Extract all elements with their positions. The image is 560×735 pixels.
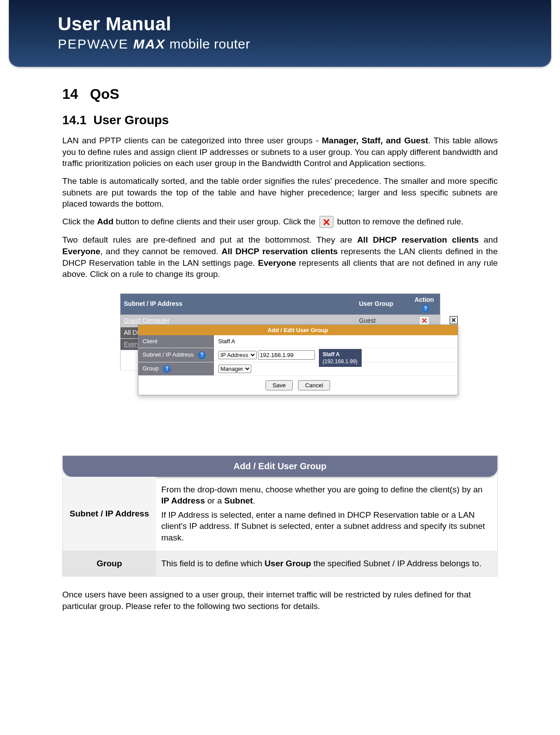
close-button[interactable]: ✕ <box>450 316 458 324</box>
delete-row-button[interactable] <box>419 316 430 325</box>
def-row-desc: From the drop-down menu, choose whether … <box>156 477 498 551</box>
chapter-heading: 14 QoS <box>62 85 498 104</box>
delete-icon <box>319 216 334 228</box>
doc-title: User Manual <box>58 13 502 35</box>
paragraph: Once users have been assigned to a user … <box>62 589 498 612</box>
col-subnet-header: Subnet / IP Address <box>120 293 355 314</box>
client-label: Client <box>138 335 214 348</box>
def-row-label: Group <box>63 551 156 577</box>
client-value: Staff A <box>214 335 458 348</box>
ui-screenshot: Subnet / IP Address User Group Action ? … <box>120 293 440 438</box>
group-select[interactable]: Manager <box>218 365 251 373</box>
ip-tooltip: Staff A (192.168.1.99) <box>319 349 362 367</box>
paragraph: Two default rules are pre-defined and pu… <box>62 234 498 280</box>
subnet-label: Subnet / IP Address ? <box>138 348 214 362</box>
dialog-title: Add / Edit User Group <box>138 325 458 336</box>
page-header: User Manual PEPWAVE MAX mobile router <box>9 0 551 67</box>
def-row-desc: This field is to define which User Group… <box>156 551 498 577</box>
group-label: Group ? <box>138 362 214 375</box>
definition-table: Add / Edit User Group Subnet / IP Addres… <box>62 455 498 577</box>
col-group-header: User Group <box>355 293 409 314</box>
def-table-header: Add / Edit User Group <box>63 455 498 477</box>
doc-subtitle: PEPWAVE MAX mobile router <box>58 37 502 52</box>
page-content: 14 QoS 14.1 User Groups LAN and PPTP cli… <box>0 67 560 735</box>
help-icon[interactable]: ? <box>422 305 430 313</box>
paragraph: Click the Add button to define clients a… <box>62 216 498 228</box>
subnet-type-select[interactable]: IP Address <box>218 351 257 359</box>
col-action-header: Action ? <box>409 293 440 314</box>
def-row-label: Subnet / IP Address <box>63 477 156 551</box>
save-button[interactable]: Save <box>266 380 293 390</box>
ip-address-input[interactable] <box>258 350 315 360</box>
cancel-button[interactable]: Cancel <box>298 380 330 390</box>
help-icon[interactable]: ? <box>163 365 171 373</box>
add-edit-dialog: ✕ Add / Edit User Group Client Staff A S… <box>138 325 458 395</box>
help-icon[interactable]: ? <box>198 351 206 359</box>
paragraph: LAN and PPTP clients can be categorized … <box>62 135 498 169</box>
paragraph: The table is automatically sorted, and t… <box>62 175 498 210</box>
section-heading: 14.1 User Groups <box>62 112 498 129</box>
